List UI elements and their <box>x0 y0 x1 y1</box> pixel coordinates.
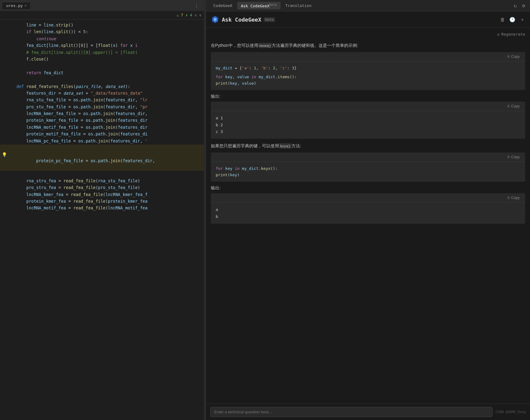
code-block-2-body: for key in my_dict.keys(): print(key) <box>211 162 525 182</box>
code-line: line = line.strip() <box>0 22 204 29</box>
copy-icon-2: ⎘ <box>507 104 510 108</box>
codegeeX-footer: CSDN @GDMU_Dong <box>206 404 530 420</box>
nav-down-icon[interactable]: ∨ <box>199 13 201 17</box>
regenerate-area: ↺ Regenerate <box>211 32 525 39</box>
tab-translation[interactable]: Translation <box>282 2 315 9</box>
tab-codegeeX[interactable]: CodeGeeX <box>210 2 236 9</box>
code-line: lncRNA_motif_fea = read_fea_file(lncRNA_… <box>0 205 204 212</box>
code-line: f.close() <box>0 56 204 63</box>
code-line: if len(line.split()) < 5: <box>0 29 204 35</box>
output-label-2: 输出: <box>211 185 525 191</box>
codegeeX-tab-bar: CodeGeeX Ask CodeGeeXbeta Translation ↻ … <box>206 0 530 12</box>
codegeeX-logo-icon <box>211 15 219 24</box>
copy-button-3[interactable]: ⎘ Copy <box>506 154 521 160</box>
expand-icon[interactable]: ＋ <box>520 16 525 23</box>
output-block-2-header: ⎘ Copy <box>211 193 525 203</box>
editor-toolbar: ⚠ 7 ✗ 4 ∧ ∨ <box>0 11 204 19</box>
refresh-icon[interactable]: ↻ <box>513 2 518 9</box>
output-block-1: ⎘ Copy a 1 b 2 c 3 <box>211 102 525 138</box>
header-icon-group: 🗑 🕐 ＋ <box>500 16 525 23</box>
regenerate-icon: ↺ <box>497 32 500 37</box>
copy-icon-1: ⎘ <box>507 54 510 59</box>
output-block-2: ⎘ Copy a b <box>211 193 525 223</box>
codegeeX-header: Ask CodeGeeX beta 🗑 🕐 ＋ <box>206 12 530 28</box>
copy-icon-3: ⎘ <box>507 155 510 159</box>
code-line: # fea_dict[line.split()[0].upper()] = [f… <box>0 49 204 56</box>
tab-group: CodeGeeX Ask CodeGeeXbeta Translation <box>210 2 315 9</box>
code-line <box>0 171 204 177</box>
code-block-1-body: my_dict = {'a': 1, 'b': 2, 'c': 3} for k… <box>211 61 525 90</box>
keys-text: 如果您只想遍历字典的键，可以使用keys()方法: <box>211 142 525 149</box>
code-line: pro_stu_fea_file = os.path.join(features… <box>0 104 204 110</box>
code-line: lncRNA_motif_fea_file = os.path.join(fea… <box>0 124 204 131</box>
toolbar-badges: ⚠ 7 ✗ 4 ∧ ∨ <box>176 13 201 17</box>
output-block-1-body: a 1 b 2 c 3 <box>211 111 525 138</box>
editor-tab-ures[interactable]: ures.py ✕ <box>2 2 30 9</box>
editor-panel: ures.py ✕ ⋮ ⚠ 7 ✗ 4 ∧ ∨ line = line.stri… <box>0 0 204 420</box>
code-block-1: ⎘ Copy my_dict = {'a': 1, 'b': 2, 'c': 3… <box>211 52 525 90</box>
intro-text: 在Python中，您可以使用items()方法遍历字典的键和值。这是一个简单的示… <box>211 42 525 49</box>
history-icon[interactable]: 🕐 <box>509 17 515 23</box>
panel-title: Ask CodeGeeX <box>222 16 261 23</box>
code-line <box>0 63 204 69</box>
code-line: rna_stu_fea_file = os.path.join(features… <box>0 97 204 103</box>
code-block-2-header: ⎘ Copy <box>211 152 525 162</box>
code-line: lncRNA_kmer_fea_file = os.path.join(feat… <box>0 110 204 117</box>
footer-brand: CSDN @GDMU_Dong <box>496 410 526 414</box>
fix-badge: ✗ 4 <box>186 13 192 17</box>
lightbulb-icon: 💡 <box>2 151 7 158</box>
code-line: lncRNA_pc_fea_file = os.path.join(featur… <box>0 138 204 145</box>
code-line: lncRNA_kmer_fea = read_fea_file(lncRNA_k… <box>0 191 204 198</box>
code-line: return fea_dict <box>0 70 204 76</box>
settings-icon[interactable]: ⚙ <box>521 2 526 9</box>
warning-badge: ⚠ 7 <box>176 13 183 17</box>
code-line: protein_motif_fea_file = os.path.join(fe… <box>0 131 204 138</box>
regenerate-button[interactable]: ↺ Regenerate <box>497 32 525 37</box>
copy-button-4[interactable]: ⎘ Copy <box>506 195 521 201</box>
question-input[interactable] <box>210 407 493 417</box>
beta-badge: beta <box>264 17 275 22</box>
output-block-2-body: a b <box>211 203 525 223</box>
code-line: rna_stru_fea = read_fea_file(rna_stu_fea… <box>0 178 204 184</box>
code-line <box>0 76 204 83</box>
code-line: pro_stru_fea = read_fea_file(pro_stu_fea… <box>0 184 204 191</box>
output-block-1-header: ⎘ Copy <box>211 102 525 111</box>
trash-icon[interactable]: 🗑 <box>500 17 505 23</box>
codegeeX-body: ↺ Regenerate 在Python中，您可以使用items()方法遍历字典… <box>206 28 530 404</box>
code-line-highlighted: 💡 protein_pc_fea_file = os.path.join(fea… <box>0 145 204 171</box>
nav-up-icon[interactable]: ∧ <box>195 13 197 17</box>
code-block-1-header: ⎘ Copy <box>211 52 525 61</box>
code-block-2: ⎘ Copy for key in my_dict.keys(): print(… <box>211 152 525 182</box>
tab-filename: ures.py <box>6 3 23 8</box>
svg-point-2 <box>214 18 216 21</box>
code-line: protein_kmer_fea = read_fea_file(protein… <box>0 198 204 205</box>
code-content: line = line.strip() if len(line.split())… <box>0 19 204 214</box>
copy-button-1[interactable]: ⎘ Copy <box>506 54 521 59</box>
code-line: features_dir = data_set + "_data/feature… <box>0 90 204 97</box>
code-line: continue <box>0 36 204 42</box>
top-icon-group: ↻ ⚙ <box>513 2 526 9</box>
output-label-1: 输出: <box>211 94 525 99</box>
assistant-message: 在Python中，您可以使用items()方法遍历字典的键和值。这是一个简单的示… <box>211 42 525 224</box>
close-tab-icon[interactable]: ✕ <box>25 4 27 8</box>
copy-button-2[interactable]: ⎘ Copy <box>506 103 521 109</box>
code-line: def read_features_files(pairs_file, data… <box>0 83 204 90</box>
copy-icon-4: ⎘ <box>507 196 510 200</box>
code-line: fea_dict[line.split()[0]] = [float(x) fo… <box>0 42 204 49</box>
editor-tab-bar: ures.py ✕ ⋮ <box>0 0 204 11</box>
tab-ask-codegeeX[interactable]: Ask CodeGeeXbeta <box>237 2 281 9</box>
title-row: Ask CodeGeeX beta <box>211 15 275 24</box>
code-line: protein_kmer_fea_file = os.path.join(fea… <box>0 117 204 124</box>
more-options-icon[interactable]: ⋮ <box>194 3 201 9</box>
codegeeX-panel: CodeGeeX Ask CodeGeeXbeta Translation ↻ … <box>206 0 530 420</box>
